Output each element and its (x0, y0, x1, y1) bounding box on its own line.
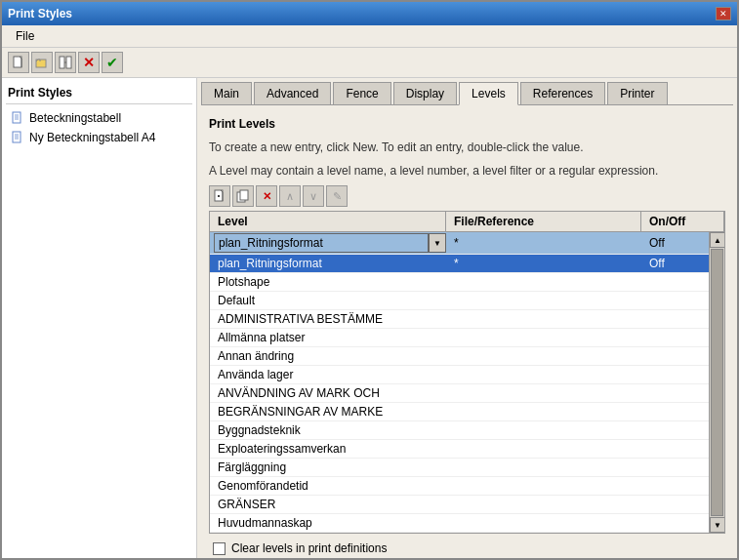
row-fileref-7 (446, 391, 641, 395)
tab-printer[interactable]: Printer (607, 82, 667, 104)
table-row[interactable]: Använda lager (210, 366, 709, 384)
sidebar-item-beteckningstabell[interactable]: Beteckningstabell (6, 108, 192, 128)
row-onoff-6 (641, 373, 709, 377)
link-toolbar-button[interactable] (55, 52, 76, 73)
close-button[interactable]: ✕ (716, 7, 731, 20)
table-row[interactable]: GRÄNSER (210, 496, 709, 514)
main-window: Print Styles ✕ File ✕ ✔ Print Styles (0, 0, 739, 560)
row-level-3: ADMINISTRATIVA BESTÄMME (210, 310, 446, 328)
row-onoff-3 (641, 317, 709, 321)
level-dropdown[interactable]: plan_Ritningsformat ▼ (214, 233, 446, 253)
move-down-button[interactable]: ∨ (303, 185, 324, 207)
row-onoff-12 (641, 484, 709, 488)
open-button[interactable] (31, 52, 53, 73)
tab-levels[interactable]: Levels (459, 82, 518, 105)
table-row[interactable]: Annan ändring (210, 347, 709, 366)
move-up-button[interactable]: ∧ (279, 185, 301, 207)
svg-rect-9 (13, 132, 21, 142)
file-menu[interactable]: File (10, 27, 40, 45)
sidebar-title: Print Styles (6, 82, 192, 104)
edit-button[interactable]: ✎ (326, 185, 348, 207)
levels-table: Level File/Reference On/Off plan_Ritning… (209, 211, 725, 534)
row-onoff-4 (641, 336, 709, 340)
dropdown-fileref: * (446, 234, 641, 252)
dropdown-arrow[interactable]: ▼ (429, 233, 446, 253)
main-toolbar: ✕ ✔ (2, 48, 737, 78)
table-row[interactable]: Plotshape (210, 273, 709, 292)
row-fileref-2 (446, 299, 641, 302)
table-row[interactable]: Byggnadsteknik (210, 421, 709, 440)
clear-levels-label[interactable]: Clear levels in print definitions (231, 541, 387, 555)
window-title: Print Styles (8, 7, 72, 20)
new-level-button[interactable] (209, 185, 230, 207)
table-row[interactable]: Exploateringssamverkan (210, 440, 709, 459)
dropdown-value[interactable]: plan_Ritningsformat (214, 233, 429, 253)
table-row[interactable]: Genomförandetid (210, 477, 709, 496)
scroll-up-button[interactable]: ▲ (710, 232, 724, 248)
delete-level-button[interactable]: ✕ (256, 185, 277, 207)
right-panel: Main Advanced Fence Display Levels Refer… (197, 78, 737, 558)
col-header-level: Level (210, 212, 446, 231)
check-button[interactable]: ✔ (102, 52, 123, 73)
tabs: Main Advanced Fence Display Levels Refer… (201, 82, 733, 105)
tab-display[interactable]: Display (393, 82, 457, 104)
row-fileref-11 (446, 465, 641, 469)
row-onoff-1 (641, 280, 709, 284)
row-onoff-10 (641, 447, 709, 451)
table-row-selected[interactable]: plan_Ritningsformat * Off (210, 255, 709, 273)
copy-level-button[interactable] (232, 185, 254, 207)
table-row[interactable]: Huvudmannaskap (210, 514, 709, 533)
dropdown-onoff: Off (641, 234, 709, 252)
row-level-10: Exploateringssamverkan (210, 440, 446, 458)
table-row[interactable]: ANVÄNDNING AV MARK OCH (210, 384, 709, 403)
row-fileref-5 (446, 354, 641, 358)
new-doc-button[interactable] (8, 52, 29, 73)
row-onoff-7 (641, 391, 709, 395)
row-level-8: BEGRÄNSNINGAR AV MARKE (210, 403, 446, 420)
row-onoff-14 (641, 521, 709, 525)
doc-icon-2 (10, 130, 25, 145)
table-body: plan_Ritningsformat ▼ * Off plan_Ritning… (210, 232, 724, 533)
sidebar-label-2: Ny Beteckningstabell A4 (29, 131, 155, 144)
row-fileref-9 (446, 428, 641, 432)
delete-toolbar-button[interactable]: ✕ (78, 52, 100, 73)
scroll-down-button[interactable]: ▼ (710, 517, 724, 533)
col-header-fileref: File/Reference (446, 212, 641, 231)
svg-rect-5 (13, 112, 21, 123)
row-onoff-9 (641, 428, 709, 432)
row-onoff-8 (641, 410, 709, 414)
table-row-dropdown[interactable]: plan_Ritningsformat ▼ * Off (210, 232, 709, 255)
row-level-13: GRÄNSER (210, 496, 446, 513)
doc-icon-1 (10, 110, 25, 126)
sidebar-item-ny-beteckningstabell[interactable]: Ny Beteckningstabell A4 (6, 128, 192, 147)
tab-fence[interactable]: Fence (333, 82, 390, 104)
menu-bar: File (2, 25, 737, 48)
panel-desc-1: To create a new entry, click New. To edi… (209, 139, 725, 156)
row-onoff-2 (641, 299, 709, 302)
tab-references[interactable]: References (520, 82, 605, 104)
tab-main[interactable]: Main (201, 82, 252, 104)
row-onoff-11 (641, 465, 709, 469)
tab-advanced[interactable]: Advanced (254, 82, 331, 104)
table-row[interactable]: BEGRÄNSNINGAR AV MARKE (210, 403, 709, 421)
table-row[interactable]: Färgläggning (210, 459, 709, 477)
scroll-thumb[interactable] (711, 249, 723, 516)
table-row[interactable]: Allmänna platser (210, 329, 709, 347)
panel-desc-2: A Level may contain a level name, a leve… (209, 162, 725, 180)
sidebar: Print Styles Beteckningstabell Ny Beteck… (2, 78, 197, 558)
title-bar-buttons: ✕ (716, 7, 731, 20)
row-fileref-1 (446, 280, 641, 284)
bottom-section: Clear levels in print definitions (209, 534, 725, 558)
table-row[interactable]: Default (210, 292, 709, 310)
row-fileref-10 (446, 447, 641, 451)
row-level-14: Huvudmannaskap (210, 514, 446, 532)
table-row[interactable]: ADMINISTRATIVA BESTÄMME (210, 310, 709, 329)
svg-rect-2 (60, 57, 64, 68)
row-fileref-14 (446, 521, 641, 525)
table-scroll[interactable]: plan_Ritningsformat ▼ * Off plan_Ritning… (210, 232, 709, 533)
title-bar: Print Styles ✕ (2, 2, 737, 25)
clear-levels-checkbox[interactable] (213, 542, 226, 555)
row-fileref-4 (446, 336, 641, 340)
scrollbar[interactable]: ▲ ▼ (709, 232, 724, 533)
row-onoff-0: Off (641, 255, 709, 272)
